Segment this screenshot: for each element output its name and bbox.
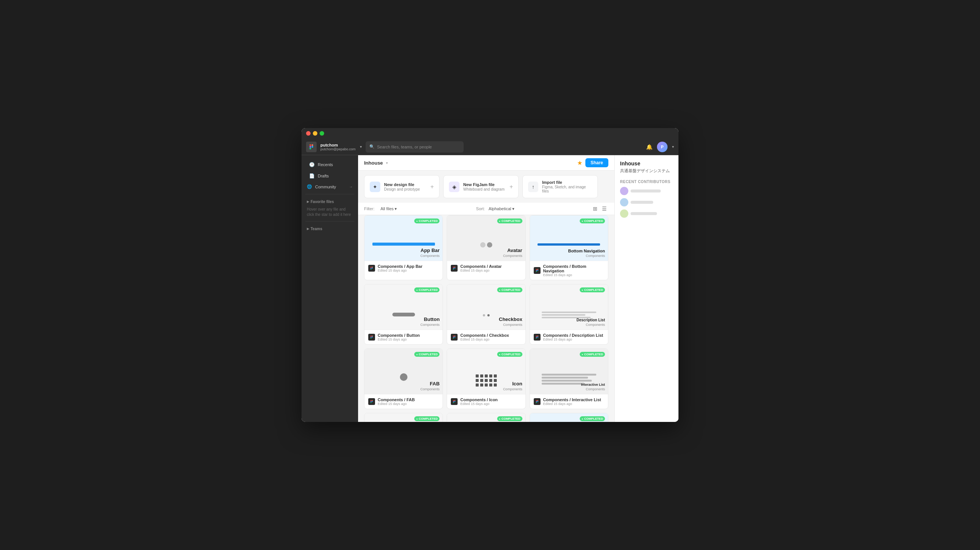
contributor-avatar-2 [620,198,628,206]
file-card-icon[interactable]: COMPLETED Icon Components Components / I… [447,349,525,409]
file-thumb-app-bar: COMPLETED App Bar Components [364,216,442,261]
file-card-list[interactable]: COMPLETED List Components Components / L… [447,413,525,422]
file-date-bottom-nav: Edited 15 days ago [543,273,604,277]
bottomnav-thumb-bar [538,243,600,246]
recent-contributors-label: Recent contributors [620,180,673,184]
new-design-icon: ✦ [370,182,380,192]
sidebar-item-recents[interactable]: 🕐 Recents [304,159,356,170]
sort-button[interactable]: Alphabetical ▾ [488,206,514,211]
file-card-checkbox[interactable]: COMPLETED Checkbox Components Components… [447,284,525,345]
new-figjam-icon: ◈ [449,182,460,192]
completed-badge-checkbox: COMPLETED [497,287,522,292]
file-thumb-list: COMPLETED List Components [447,413,525,422]
completed-badge-ilist: COMPLETED [580,352,605,357]
file-date-desclist: Edited 15 days ago [543,338,603,341]
grid-view-button[interactable]: ⊞ [592,205,599,212]
svg-rect-36 [372,400,373,401]
close-dot[interactable] [306,131,310,136]
file-card-desclist[interactable]: COMPLETED Description List Components Co… [530,284,608,345]
file-info-icon: Components / Icon Edited 15 days ago [447,394,525,409]
file-name-icon: Components / Icon [460,398,498,402]
svg-point-39 [372,401,373,402]
svg-rect-13 [453,269,454,270]
file-name-desclist: Components / Description List [543,333,603,338]
appbar-sublabel: Components [420,254,439,258]
appbar-label: App Bar [421,247,440,253]
file-card-navdrawer[interactable]: COMPLETED Navigation Drawer Components C… [530,413,608,422]
sidebar-item-community[interactable]: 🌐 Community → [302,182,358,192]
fab-label: FAB [430,381,439,387]
completed-badge-navdrawer: COMPLETED [580,416,605,421]
svg-rect-37 [371,401,372,402]
filter-button[interactable]: All files ▾ [379,205,399,212]
file-info-fab: Components / FAB Edited 15 days ago [364,394,442,409]
import-card[interactable]: ↑ Import file Figma, Sketch, and image f… [522,175,598,198]
svg-rect-43 [453,402,454,403]
avatar-label: Avatar [508,247,522,253]
maximize-dot[interactable] [320,131,324,136]
button-label: Button [424,317,439,322]
completed-badge-appbar: COMPLETED [414,219,439,223]
file-card-bottom-nav[interactable]: COMPLETED Bottom Navigation Components C… [530,215,608,280]
quick-actions: ✦ New design file Design and prototype +… [358,171,614,203]
new-design-card[interactable]: ✦ New design file Design and prototype + [364,175,439,198]
ilist-sublabel: Components [586,387,605,391]
file-info-app-bar: Components / App Bar Edited 15 days ago [364,261,442,275]
user-info[interactable]: putchom putchom@pepabo.com [320,143,355,151]
list-view-button[interactable]: ☰ [600,205,608,212]
file-card-interactive-list[interactable]: COMPLETED Interactive List Components Co… [530,349,608,409]
search-container[interactable]: 🔍 [366,141,464,152]
contributor-name-1 [631,190,661,192]
search-input[interactable] [377,145,460,149]
search-icon: 🔍 [369,144,375,149]
svg-point-19 [537,270,538,271]
file-thumb-interactive-list: COMPLETED Interactive List Components [530,349,608,394]
checkbox-thumb-dots [483,314,490,317]
svg-point-14 [455,268,456,269]
view-toggle: ⊞ ☰ [592,205,608,212]
file-card-itable[interactable]: COMPLETED Interactive Table Components C… [364,413,443,422]
sidebar: 🕐 Recents 📄 Drafts 🌐 Community → ▶ Favor… [302,155,358,422]
community-icon: 🌐 [307,184,312,189]
svg-rect-31 [537,336,538,337]
drafts-icon: 📄 [309,173,315,179]
contributor-1 [620,187,673,195]
completed-badge-icon: COMPLETED [497,352,522,357]
favorite-files-section: ▶ Favorite files [302,197,358,205]
desclist-label: Description List [576,318,605,322]
file-card-fab[interactable]: COMPLETED FAB Components Components / FA… [364,349,443,409]
file-name-app-bar: Components / App Bar [378,264,423,269]
sidebar-item-drafts[interactable]: 📄 Drafts [304,171,356,181]
file-card-button[interactable]: COMPLETED Button Components Components /… [364,284,443,345]
breadcrumb-chevron: ▾ [386,161,388,165]
checkbox-label: Checkbox [499,317,522,322]
star-button[interactable]: ★ [577,159,582,166]
file-card-app-bar[interactable]: COMPLETED App Bar Components Components … [364,215,443,280]
header-actions: ★ Share [577,158,608,167]
file-card-avatar[interactable]: COMPLETED Avatar Components Components /… [447,215,525,280]
minimize-dot[interactable] [313,131,317,136]
svg-rect-21 [372,336,373,337]
favorite-files-label: Favorite files [310,200,334,204]
svg-rect-25 [453,336,454,337]
completed-badge-bottomnav: COMPLETED [580,219,605,223]
completed-badge-fab: COMPLETED [414,352,439,357]
import-subtitle: Figma, Sketch, and image files [542,185,592,193]
figma-file-icon-fab [368,398,375,405]
svg-rect-6 [372,267,373,268]
new-figjam-card[interactable]: ◈ New FigJam file Whiteboard and diagram… [443,175,519,198]
avatar[interactable]: P [657,142,668,152]
share-button[interactable]: Share [585,158,608,167]
sort-label: Sort: [476,206,485,211]
new-figjam-subtitle: Whiteboard and diagram [463,187,505,191]
svg-rect-1 [312,144,313,146]
icon-label: Icon [512,381,522,387]
svg-rect-46 [537,400,538,401]
svg-rect-28 [453,338,454,339]
sort-chevron: ▾ [512,206,514,211]
main-content: Inhouse ▾ ★ Share ✦ New design file Desi… [358,155,614,422]
file-meta-avatar: Components / Avatar Edited 15 days ago [460,264,502,273]
notification-icon[interactable]: 🔔 [646,144,652,150]
svg-rect-12 [453,268,454,269]
file-meta-bottom-nav: Components / Bottom Navigation Edited 15… [543,264,604,277]
